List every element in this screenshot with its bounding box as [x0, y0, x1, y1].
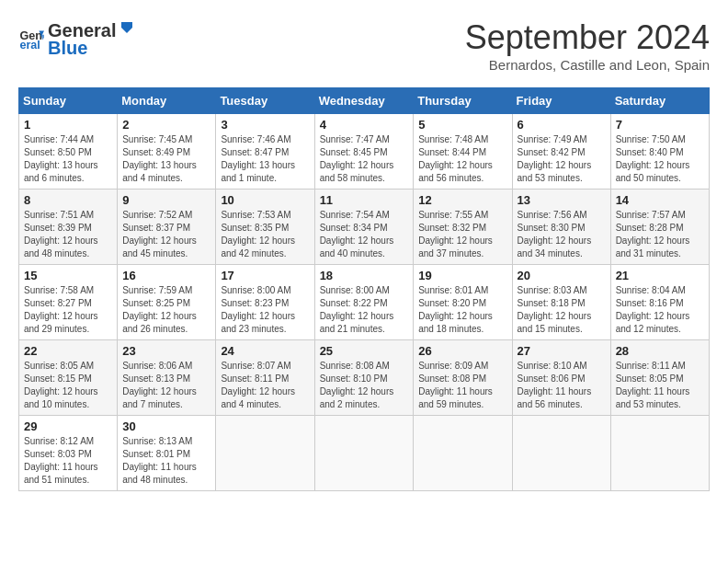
- day-info: Sunrise: 8:03 AM Sunset: 8:18 PM Dayligh…: [518, 284, 606, 336]
- calendar-cell: 26Sunrise: 8:09 AM Sunset: 8:08 PM Dayli…: [414, 340, 512, 416]
- day-number: 18: [320, 269, 409, 282]
- day-info: Sunrise: 8:10 AM Sunset: 8:06 PM Dayligh…: [518, 360, 606, 411]
- calendar-cell: 19Sunrise: 8:01 AM Sunset: 8:20 PM Dayli…: [414, 265, 512, 340]
- calendar-cell: [610, 416, 709, 491]
- calendar-cell: 24Sunrise: 8:07 AM Sunset: 8:11 PM Dayli…: [216, 340, 314, 416]
- calendar-week-row: 29Sunrise: 8:12 AM Sunset: 8:03 PM Dayli…: [19, 416, 710, 491]
- day-number: 8: [24, 193, 112, 207]
- calendar-cell: 15Sunrise: 7:58 AM Sunset: 8:27 PM Dayli…: [19, 265, 118, 340]
- day-number: 19: [418, 269, 506, 282]
- day-number: 11: [320, 193, 409, 207]
- calendar-header-row: SundayMondayTuesdayWednesdayThursdayFrid…: [19, 88, 710, 114]
- day-number: 4: [320, 118, 409, 132]
- day-number: 30: [122, 419, 210, 433]
- day-header-sunday: Sunday: [19, 88, 118, 114]
- day-info: Sunrise: 7:46 AM Sunset: 8:47 PM Dayligh…: [221, 133, 309, 185]
- calendar-cell: 10Sunrise: 7:53 AM Sunset: 8:35 PM Dayli…: [216, 190, 314, 265]
- day-number: 17: [221, 269, 309, 282]
- calendar-cell: 4Sunrise: 7:47 AM Sunset: 8:45 PM Daylig…: [314, 114, 414, 190]
- day-number: 23: [122, 344, 210, 358]
- day-number: 24: [221, 344, 309, 358]
- day-number: 26: [418, 344, 506, 358]
- day-info: Sunrise: 7:50 AM Sunset: 8:40 PM Dayligh…: [616, 133, 704, 185]
- day-number: 6: [518, 118, 606, 132]
- day-number: 28: [616, 344, 704, 358]
- day-number: 16: [122, 269, 210, 282]
- day-info: Sunrise: 7:52 AM Sunset: 8:37 PM Dayligh…: [122, 209, 210, 260]
- calendar-cell: 1Sunrise: 7:44 AM Sunset: 8:50 PM Daylig…: [19, 114, 118, 190]
- day-header-friday: Friday: [512, 88, 610, 114]
- day-number: 20: [518, 269, 606, 282]
- calendar-cell: 6Sunrise: 7:49 AM Sunset: 8:42 PM Daylig…: [512, 114, 610, 190]
- day-header-wednesday: Wednesday: [314, 88, 414, 114]
- day-info: Sunrise: 8:07 AM Sunset: 8:11 PM Dayligh…: [221, 360, 309, 411]
- day-info: Sunrise: 7:56 AM Sunset: 8:30 PM Dayligh…: [518, 209, 606, 260]
- day-number: 7: [616, 118, 704, 132]
- calendar-week-row: 22Sunrise: 8:05 AM Sunset: 8:15 PM Dayli…: [19, 340, 710, 416]
- day-number: 29: [24, 419, 112, 433]
- calendar-cell: 3Sunrise: 7:46 AM Sunset: 8:47 PM Daylig…: [216, 114, 314, 190]
- calendar-cell: 21Sunrise: 8:04 AM Sunset: 8:16 PM Dayli…: [610, 265, 709, 340]
- day-info: Sunrise: 8:05 AM Sunset: 8:15 PM Dayligh…: [24, 360, 112, 411]
- svg-text:eral: eral: [19, 39, 40, 52]
- day-info: Sunrise: 8:13 AM Sunset: 8:01 PM Dayligh…: [122, 435, 210, 487]
- day-number: 5: [418, 118, 506, 132]
- calendar-cell: 18Sunrise: 8:00 AM Sunset: 8:22 PM Dayli…: [314, 265, 414, 340]
- logo-icon: Gen eral: [18, 26, 44, 52]
- calendar-cell: 22Sunrise: 8:05 AM Sunset: 8:15 PM Dayli…: [19, 340, 118, 416]
- calendar-cell: 17Sunrise: 8:00 AM Sunset: 8:23 PM Dayli…: [216, 265, 314, 340]
- day-header-monday: Monday: [118, 88, 216, 114]
- day-info: Sunrise: 8:00 AM Sunset: 8:23 PM Dayligh…: [221, 284, 309, 336]
- calendar-cell: 30Sunrise: 8:13 AM Sunset: 8:01 PM Dayli…: [118, 416, 216, 491]
- logo-chevron-icon: [118, 18, 136, 37]
- day-number: 10: [221, 193, 309, 207]
- calendar-cell: 23Sunrise: 8:06 AM Sunset: 8:13 PM Dayli…: [118, 340, 216, 416]
- page-header: Gen eral General Blue September 2024 Ber…: [18, 18, 710, 73]
- day-info: Sunrise: 8:04 AM Sunset: 8:16 PM Dayligh…: [616, 284, 704, 336]
- day-info: Sunrise: 7:53 AM Sunset: 8:35 PM Dayligh…: [221, 209, 309, 260]
- day-info: Sunrise: 8:00 AM Sunset: 8:22 PM Dayligh…: [320, 284, 409, 336]
- day-number: 27: [518, 344, 606, 358]
- calendar-cell: [414, 416, 512, 491]
- day-number: 15: [24, 269, 112, 282]
- calendar-week-row: 15Sunrise: 7:58 AM Sunset: 8:27 PM Dayli…: [19, 265, 710, 340]
- day-header-tuesday: Tuesday: [216, 88, 314, 114]
- calendar-cell: 28Sunrise: 8:11 AM Sunset: 8:05 PM Dayli…: [610, 340, 709, 416]
- day-number: 12: [418, 193, 506, 207]
- location-title: Bernardos, Castille and Leon, Spain: [465, 57, 710, 73]
- calendar-cell: 11Sunrise: 7:54 AM Sunset: 8:34 PM Dayli…: [314, 190, 414, 265]
- day-header-thursday: Thursday: [414, 88, 512, 114]
- calendar-cell: 7Sunrise: 7:50 AM Sunset: 8:40 PM Daylig…: [610, 114, 709, 190]
- calendar-cell: 20Sunrise: 8:03 AM Sunset: 8:18 PM Dayli…: [512, 265, 610, 340]
- day-info: Sunrise: 7:48 AM Sunset: 8:44 PM Dayligh…: [418, 133, 506, 185]
- day-info: Sunrise: 8:08 AM Sunset: 8:10 PM Dayligh…: [320, 360, 409, 411]
- calendar-cell: [314, 416, 414, 491]
- day-number: 2: [122, 118, 210, 132]
- calendar-table: SundayMondayTuesdayWednesdayThursdayFrid…: [18, 87, 710, 491]
- day-info: Sunrise: 7:49 AM Sunset: 8:42 PM Dayligh…: [518, 133, 606, 185]
- day-number: 1: [24, 118, 112, 132]
- day-info: Sunrise: 7:55 AM Sunset: 8:32 PM Dayligh…: [418, 209, 506, 260]
- day-number: 21: [616, 269, 704, 282]
- calendar-cell: 5Sunrise: 7:48 AM Sunset: 8:44 PM Daylig…: [414, 114, 512, 190]
- calendar-cell: [512, 416, 610, 491]
- calendar-cell: [216, 416, 314, 491]
- day-info: Sunrise: 7:58 AM Sunset: 8:27 PM Dayligh…: [24, 284, 112, 336]
- day-number: 14: [616, 193, 704, 207]
- day-number: 25: [320, 344, 409, 358]
- day-number: 13: [518, 193, 606, 207]
- month-title: September 2024: [465, 18, 710, 57]
- day-number: 3: [221, 118, 309, 132]
- calendar-cell: 9Sunrise: 7:52 AM Sunset: 8:37 PM Daylig…: [118, 190, 216, 265]
- calendar-cell: 12Sunrise: 7:55 AM Sunset: 8:32 PM Dayli…: [414, 190, 512, 265]
- day-info: Sunrise: 7:54 AM Sunset: 8:34 PM Dayligh…: [320, 209, 409, 260]
- day-info: Sunrise: 8:12 AM Sunset: 8:03 PM Dayligh…: [24, 435, 112, 487]
- day-info: Sunrise: 7:45 AM Sunset: 8:49 PM Dayligh…: [122, 133, 210, 185]
- calendar-cell: 2Sunrise: 7:45 AM Sunset: 8:49 PM Daylig…: [118, 114, 216, 190]
- svg-marker-4: [121, 22, 132, 33]
- calendar-cell: 14Sunrise: 7:57 AM Sunset: 8:28 PM Dayli…: [610, 190, 709, 265]
- calendar-cell: 16Sunrise: 7:59 AM Sunset: 8:25 PM Dayli…: [118, 265, 216, 340]
- day-info: Sunrise: 7:47 AM Sunset: 8:45 PM Dayligh…: [320, 133, 409, 185]
- logo: Gen eral General Blue: [18, 18, 136, 59]
- day-info: Sunrise: 8:06 AM Sunset: 8:13 PM Dayligh…: [122, 360, 210, 411]
